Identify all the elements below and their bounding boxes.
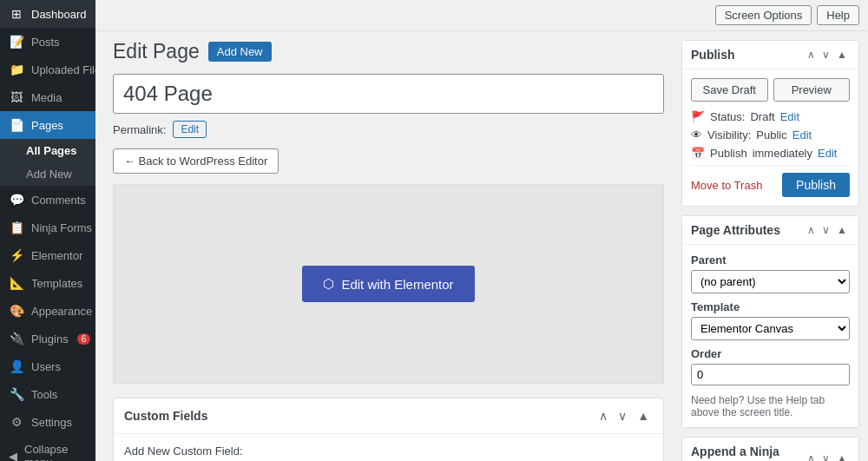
ninja-forms-icon: 📋 (9, 221, 24, 234)
sidebar-item-users[interactable]: 👤 Users (0, 352, 95, 380)
collapse-icon: ◀ (9, 450, 17, 462)
page-attrs-up[interactable]: ∧ (805, 223, 818, 237)
tools-icon: 🔧 (9, 387, 24, 401)
publish-panel-up[interactable]: ∧ (805, 48, 818, 62)
meta-box-controls: ∧ ∨ ▲ (595, 407, 653, 425)
plugins-icon: 🔌 (9, 332, 24, 346)
custom-fields-body: Add New Custom Field: Name Value (114, 434, 663, 461)
sidebar-item-settings[interactable]: ⚙ Settings (0, 408, 95, 436)
comments-icon: 💬 (9, 193, 24, 207)
template-select[interactable]: Elementor Canvas Default Template Elemen… (691, 317, 850, 340)
sidebar-item-dashboard[interactable]: ⊞ Dashboard (0, 0, 95, 28)
ninja-form-controls: ∧ ∨ ▲ (805, 451, 850, 461)
publish-time-row: 📅 Publish immediately Edit (691, 147, 850, 160)
sidebar-item-label: Dashboard (31, 8, 87, 21)
dashboard-icon: ⊞ (9, 7, 24, 21)
ninja-form-down[interactable]: ∨ (819, 451, 832, 461)
page-attributes-body: Parent (no parent) Template Elementor Ca… (682, 245, 858, 427)
sidebar-item-label: Ninja Forms (31, 221, 92, 234)
visibility-value: Public (756, 128, 786, 142)
order-input[interactable] (691, 364, 850, 385)
sidebar-item-plugins[interactable]: 🔌 Plugins 6 (0, 325, 95, 352)
sidebar-item-label: Media (31, 91, 62, 104)
page-attrs-controls: ∧ ∨ ▲ (805, 223, 850, 237)
edit-with-elementor-button[interactable]: ⬡ Edit with Elementor (302, 266, 474, 302)
pages-submenu: All Pages Add New (0, 139, 95, 186)
sidebar-item-elementor[interactable]: ⚡ Elementor (0, 241, 95, 269)
status-value: Draft (750, 110, 774, 123)
publish-panel-toggle[interactable]: ▲ (834, 48, 850, 62)
sidebar-item-label: Pages (31, 119, 63, 132)
collapse-label: Collapse menu (24, 443, 87, 461)
sidebar-item-templates[interactable]: 📐 Templates (0, 269, 95, 297)
publish-panel-title: Publish (691, 48, 735, 62)
help-button[interactable]: Help (817, 5, 859, 25)
sidebar-item-label: Comments (31, 194, 86, 207)
add-new-button[interactable]: Add New (208, 42, 272, 62)
publish-panel-body: Save Draft Preview 🚩 Status: Draft Edit … (682, 69, 858, 206)
move-to-trash-link[interactable]: Move to Trash (691, 179, 762, 192)
admin-sidebar: ⊞ Dashboard 📝 Posts 📁 Uploaded Files 🖼 M… (0, 0, 95, 461)
appearance-icon: 🎨 (9, 304, 24, 318)
sidebar-item-comments[interactable]: 💬 Comments (0, 186, 95, 214)
preview-button[interactable]: Preview (773, 78, 851, 102)
append-ninja-form-title: Append a Ninja Form (691, 445, 805, 461)
visibility-label: Visibility: (707, 128, 751, 142)
sidebar-all-pages[interactable]: All Pages (0, 139, 95, 162)
page-attrs-down[interactable]: ∨ (819, 223, 832, 237)
elementor-logo-icon: ⬡ (323, 276, 334, 292)
sidebar-item-posts[interactable]: 📝 Posts (0, 28, 95, 56)
sidebar-item-pages[interactable]: 📄 Pages (0, 111, 95, 139)
collapse-menu[interactable]: ◀ Collapse menu (0, 436, 95, 461)
sidebar-item-appearance[interactable]: 🎨 Appearance (0, 297, 95, 325)
sidebar-item-label: Plugins (31, 333, 69, 346)
sidebar-item-tools[interactable]: 🔧 Tools (0, 380, 95, 408)
permalink-row: Permalink: Edit (113, 121, 664, 138)
pages-icon: 📄 (9, 118, 24, 132)
status-edit-link[interactable]: Edit (780, 110, 799, 123)
sidebar-item-uploaded[interactable]: 📁 Uploaded Files (0, 56, 95, 83)
publish-time-value: immediately (753, 147, 812, 160)
right-sidebar: Publish ∧ ∨ ▲ Save Draft Preview 🚩 Statu… (681, 0, 868, 461)
sidebar-item-label: Templates (31, 277, 82, 290)
ninja-form-toggle[interactable]: ▲ (834, 451, 850, 461)
back-to-editor-button[interactable]: ← Back to WordPress Editor (113, 148, 279, 174)
publish-panel-down[interactable]: ∨ (819, 48, 832, 62)
parent-select[interactable]: (no parent) (691, 270, 850, 293)
meta-box-up-button[interactable]: ∧ (595, 407, 611, 425)
page-attrs-toggle[interactable]: ▲ (834, 223, 850, 237)
sidebar-item-label: Appearance (31, 305, 92, 318)
publish-time-edit-link[interactable]: Edit (818, 147, 837, 160)
publish-panel: Publish ∧ ∨ ▲ Save Draft Preview 🚩 Statu… (681, 40, 859, 207)
custom-fields-box: Custom Fields ∧ ∨ ▲ Add New Custom Field… (113, 398, 664, 461)
visibility-edit-link[interactable]: Edit (792, 128, 812, 142)
screen-options-button[interactable]: Screen Options (715, 5, 812, 25)
append-ninja-form-panel: Append a Ninja Form ∧ ∨ ▲ -- None (681, 437, 859, 461)
sidebar-add-new[interactable]: Add New (0, 162, 95, 186)
publish-button[interactable]: Publish (782, 173, 850, 197)
plugins-badge: 6 (77, 333, 91, 345)
template-label: Template (691, 300, 850, 313)
edit-permalink-button[interactable]: Edit (173, 121, 207, 138)
custom-fields-title: Custom Fields (124, 409, 207, 423)
trash-publish-row: Move to Trash Publish (691, 173, 850, 197)
page-title: Edit Page (113, 40, 200, 63)
ninja-form-up[interactable]: ∧ (805, 451, 818, 461)
sidebar-item-media[interactable]: 🖼 Media (0, 83, 95, 111)
page-title-input[interactable] (113, 74, 664, 114)
sidebar-item-label: Users (31, 360, 61, 373)
edit-elementor-label: Edit with Elementor (341, 277, 453, 292)
page-attrs-help-text: Need help? Use the Help tab above the sc… (691, 394, 850, 418)
meta-box-toggle-button[interactable]: ▲ (634, 407, 653, 425)
templates-icon: 📐 (9, 276, 24, 290)
status-flag-icon: 🚩 (691, 110, 705, 123)
sidebar-item-ninja-forms[interactable]: 📋 Ninja Forms (0, 214, 95, 241)
publish-panel-controls: ∧ ∨ ▲ (805, 48, 850, 62)
status-row: 🚩 Status: Draft Edit (691, 110, 850, 123)
save-draft-button[interactable]: Save Draft (691, 78, 768, 102)
page-attributes-panel: Page Attributes ∧ ∨ ▲ Parent (no parent)… (681, 215, 859, 428)
meta-box-down-button[interactable]: ∨ (615, 407, 630, 425)
media-icon: 🖼 (9, 90, 24, 104)
order-label: Order (691, 347, 850, 360)
save-preview-row: Save Draft Preview (691, 78, 850, 102)
